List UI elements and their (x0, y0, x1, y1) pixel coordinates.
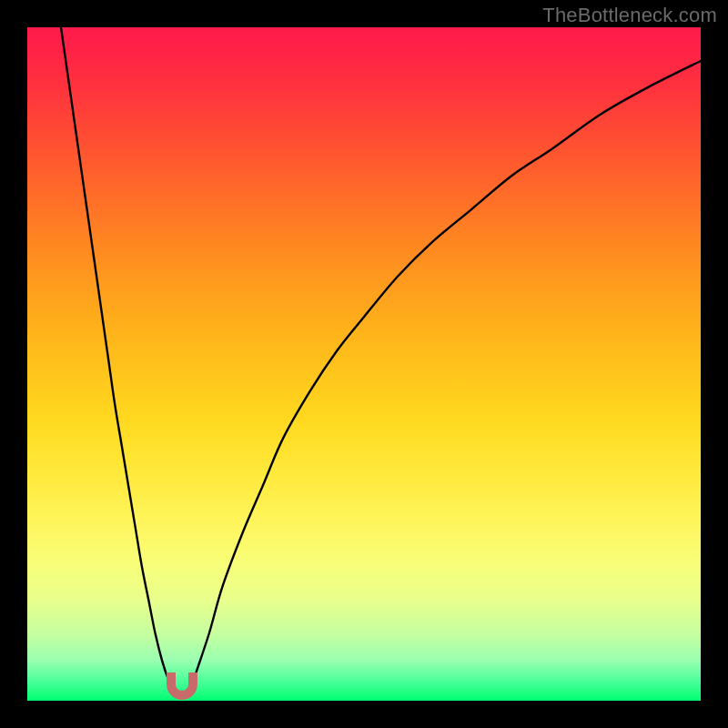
chart-curves-svg (27, 27, 701, 701)
curve-right (189, 61, 701, 694)
watermark-text: TheBottleneck.com (542, 4, 717, 27)
chart-plot-area (27, 27, 701, 701)
outer-frame: TheBottleneck.com (0, 0, 728, 728)
curve-left (61, 27, 176, 694)
